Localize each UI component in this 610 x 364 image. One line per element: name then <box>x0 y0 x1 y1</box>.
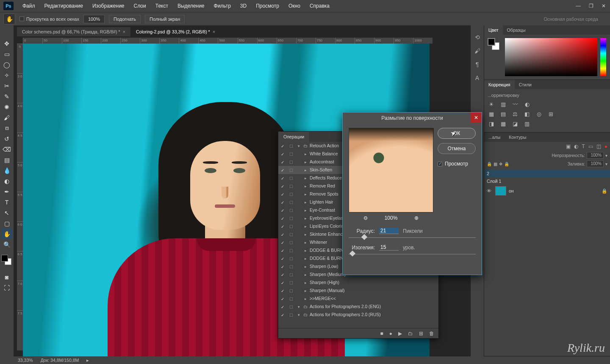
check-icon[interactable]: ✓ <box>278 200 287 205</box>
check-icon[interactable]: ✓ <box>278 280 287 285</box>
opacity-input[interactable]: 100% <box>587 152 604 159</box>
dropdown-icon[interactable]: ▾ <box>605 153 607 158</box>
window-minimize-button[interactable]: — <box>572 0 585 12</box>
dialog-toggle-icon[interactable]: ☐ <box>287 184 295 189</box>
dialog-toggle-icon[interactable]: ☐ <box>287 256 295 261</box>
cancel-button[interactable]: Отмена <box>438 143 476 154</box>
dialog-toggle-icon[interactable]: ☐ <box>287 232 295 237</box>
fit-screen-button[interactable]: Подогнать <box>109 15 141 23</box>
disclosure-icon[interactable]: ▾ <box>295 313 302 317</box>
color-picker-field[interactable] <box>505 38 597 76</box>
new-set-icon[interactable]: 🗀 <box>408 331 413 336</box>
doc-tab-active[interactable]: Coloring-2.psd @ 33,3% (2, RGB/8) * × <box>131 27 221 36</box>
fg-color-swatch[interactable] <box>1 255 8 262</box>
healing-brush-tool[interactable]: ✺ <box>1 102 12 112</box>
eyedropper-tool[interactable]: ✎ <box>1 91 12 102</box>
blur-tool[interactable]: 💧 <box>1 165 12 176</box>
disclosure-icon[interactable]: ▸ <box>302 208 309 212</box>
photo-filter-icon[interactable]: ◎ <box>535 111 543 117</box>
tab-color[interactable]: Цвет <box>484 25 503 35</box>
check-icon[interactable]: ✓ <box>278 168 287 173</box>
filter-type-icon[interactable]: T <box>582 143 585 149</box>
hsl-icon[interactable]: ▤ <box>499 111 507 117</box>
dialog-toggle-icon[interactable]: ☐ <box>287 280 295 285</box>
stop-icon[interactable]: ■ <box>380 331 383 336</box>
layer-row[interactable]: Слой 1 <box>484 177 610 185</box>
trash-icon[interactable]: 🗑 <box>429 331 434 336</box>
doc-size-status[interactable]: Док: 34,8M/150,8M <box>41 358 79 363</box>
disclosure-icon[interactable]: ▸ <box>302 240 309 245</box>
menu-3d[interactable]: 3D <box>236 0 251 12</box>
lock-position-icon[interactable]: ✥ <box>499 162 502 166</box>
dialog-toggle-icon[interactable]: ☐ <box>287 152 295 157</box>
history-icon[interactable]: ⟲ <box>475 34 480 41</box>
visibility-icon[interactable]: 👁 <box>487 188 493 193</box>
check-icon[interactable]: ✓ <box>278 272 287 277</box>
filter-shape-icon[interactable]: ▭ <box>588 143 593 149</box>
layer-row[interactable]: 2 <box>484 170 610 177</box>
shape-tool[interactable]: ▢ <box>1 218 12 229</box>
brushes-icon[interactable]: 🖌 <box>474 47 480 54</box>
disclosure-icon[interactable]: ▸ <box>302 160 309 164</box>
dialog-toggle-icon[interactable]: ☐ <box>287 264 295 269</box>
radius-input[interactable]: 21 <box>379 228 399 234</box>
dialog-toggle-icon[interactable]: ☐ <box>287 160 295 165</box>
gradient-tool[interactable]: ▤ <box>1 154 12 165</box>
disclosure-icon[interactable]: ▸ <box>302 248 309 253</box>
check-icon[interactable]: ✓ <box>278 256 287 261</box>
check-icon[interactable]: ✓ <box>278 152 287 157</box>
move-tool[interactable]: ✥ <box>1 38 12 49</box>
tab-channels[interactable]: ...алы <box>484 132 505 142</box>
disclosure-icon[interactable]: ▾ <box>295 305 302 309</box>
disclosure-icon[interactable]: ▸ <box>302 184 309 188</box>
check-icon[interactable]: ✓ <box>278 143 287 149</box>
menu-edit[interactable]: Редактирование <box>40 0 88 12</box>
menu-file[interactable]: Файл <box>18 0 40 12</box>
disclosure-icon[interactable]: ▸ <box>302 265 309 269</box>
marquee-tool[interactable]: ▭ <box>1 49 12 59</box>
disclosure-icon[interactable]: ▸ <box>302 224 309 229</box>
dialog-preview[interactable] <box>349 128 433 212</box>
lock-icon[interactable]: 🔒 <box>487 162 492 166</box>
pen-tool[interactable]: ✒ <box>1 186 12 197</box>
vibrance-icon[interactable]: ▦ <box>488 111 495 117</box>
action-row[interactable]: ✓☐▾🗀Actions for Photographers 2.0 (RUS) <box>278 311 438 319</box>
check-icon[interactable]: ✓ <box>278 160 287 165</box>
close-icon[interactable]: × <box>123 27 125 36</box>
fill-input[interactable]: 100% <box>587 160 604 167</box>
levels-icon[interactable]: ▥ <box>499 101 507 108</box>
dropdown-icon[interactable]: ▾ <box>605 162 607 166</box>
menu-window[interactable]: Окно <box>284 0 305 12</box>
disclosure-icon[interactable]: ▸ <box>302 297 309 301</box>
dialog-toggle-icon[interactable]: ☐ <box>287 304 295 309</box>
action-row[interactable]: ✓☐▾🗀Actions for Photographers 2.0 (ENG) <box>278 303 438 311</box>
menu-select[interactable]: Выделение <box>173 0 209 12</box>
disclosure-icon[interactable]: ▸ <box>302 281 309 285</box>
menu-layer[interactable]: Слои <box>129 0 151 12</box>
hue-slider[interactable] <box>600 38 606 76</box>
doc-tab-inactive[interactable]: Color schemes.psd @ 66,7% (Триада, RGB/8… <box>17 27 131 36</box>
dialog-titlebar[interactable]: Размытие по поверхности ✕ <box>343 113 482 124</box>
invert-icon[interactable]: ◨ <box>488 121 495 127</box>
tab-actions[interactable]: Операции <box>278 132 309 142</box>
check-icon[interactable]: ✓ <box>278 184 287 189</box>
scroll-all-windows-check[interactable]: Прокрутка во всех окнах <box>19 17 79 22</box>
action-row[interactable]: ✓☐▸>>MERGE<< <box>278 295 438 303</box>
tab-corrections[interactable]: Коррекция <box>484 80 515 89</box>
dialog-toggle-icon[interactable]: ☐ <box>287 168 295 173</box>
check-icon[interactable]: ✓ <box>278 232 287 237</box>
dialog-toggle-icon[interactable]: ☐ <box>287 216 295 221</box>
tab-swatches[interactable]: Образцы <box>503 25 530 35</box>
eraser-tool[interactable]: ⌫ <box>1 144 12 154</box>
dialog-toggle-icon[interactable]: ☐ <box>287 240 295 245</box>
disclosure-icon[interactable]: ▸ <box>302 232 309 237</box>
disclosure-icon[interactable]: ▸ <box>302 176 309 180</box>
disclosure-icon[interactable]: ▸ <box>302 200 309 204</box>
hand-tool-icon[interactable]: ✋ <box>3 14 15 25</box>
disclosure-icon[interactable]: ▸ <box>302 168 309 172</box>
fullscreen-button[interactable]: Полный экран <box>145 15 185 23</box>
filter-toggle-icon[interactable]: ● <box>604 143 607 149</box>
threshold-input[interactable]: 15 <box>379 244 399 251</box>
close-icon[interactable]: × <box>213 27 215 36</box>
dodge-tool[interactable]: ◐ <box>1 176 12 186</box>
